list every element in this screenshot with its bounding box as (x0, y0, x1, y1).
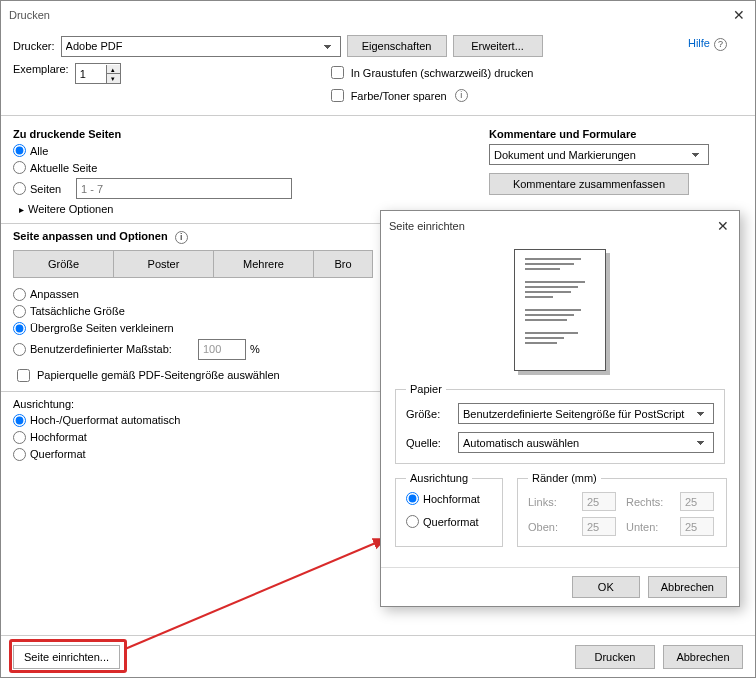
custom-scale-input[interactable] (198, 339, 246, 360)
comments-heading: Kommentare und Formulare (489, 128, 743, 140)
landscape-radio[interactable] (13, 448, 26, 461)
top-label: Oben: (528, 521, 574, 533)
paper-size-label: Größe: (406, 408, 450, 420)
dialog-title: Seite einrichten (389, 220, 465, 232)
copies-label: Exemplare: (13, 63, 69, 75)
comments-select[interactable]: Dokument und Markierungen (489, 144, 709, 165)
bottom-input (680, 517, 714, 536)
actual-label: Tatsächliche Größe (30, 305, 125, 317)
help-link[interactable]: Hilfe? (688, 37, 727, 51)
margins-fieldset: Ränder (mm) Links: Rechts: Oben: Unten: (517, 472, 727, 547)
right-input (680, 492, 714, 511)
savetoner-checkbox[interactable] (331, 89, 344, 102)
summarize-button[interactable]: Kommentare zusammenfassen (489, 173, 689, 195)
grayscale-label: In Graustufen (schwarzweiß) drucken (351, 67, 534, 79)
paper-source-select[interactable]: Automatisch auswählen (458, 432, 714, 453)
properties-button[interactable]: Eigenschaften (347, 35, 447, 57)
left-label: Links: (528, 496, 574, 508)
bottom-label: Unten: (626, 521, 672, 533)
shrink-label: Übergroße Seiten verkleinern (30, 322, 174, 334)
dialog-close-icon[interactable]: ✕ (691, 218, 731, 234)
orient-fieldset: Ausrichtung Hochformat Querformat (395, 472, 503, 547)
print-button[interactable]: Drucken (575, 645, 655, 669)
range-input[interactable] (76, 178, 292, 199)
dlg-portrait-label: Hochformat (423, 493, 480, 505)
main-title-bar: Drucken ✕ (1, 1, 755, 29)
right-label: Rechts: (626, 496, 672, 508)
page-setup-dialog: Seite einrichten ✕ Papier Größe: Benutze… (380, 210, 740, 607)
range-label: Seiten (30, 183, 72, 195)
size-button[interactable]: Größe (13, 250, 113, 278)
current-radio[interactable] (13, 161, 26, 174)
grayscale-checkbox[interactable] (331, 66, 344, 79)
range-radio[interactable] (13, 182, 26, 195)
ok-button[interactable]: OK (572, 576, 640, 598)
current-label: Aktuelle Seite (30, 162, 97, 174)
help-icon: ? (714, 38, 727, 51)
all-radio[interactable] (13, 144, 26, 157)
portrait-radio[interactable] (13, 431, 26, 444)
paper-source-label: Quelle: (406, 437, 450, 449)
close-icon[interactable]: ✕ (707, 7, 747, 23)
paper-legend: Papier (406, 383, 446, 395)
paper-fieldset: Papier Größe: Benutzerdefinierte Seiteng… (395, 383, 725, 464)
auto-orient-label: Hoch-/Querformat automatisch (30, 414, 180, 426)
svg-line-0 (125, 539, 385, 649)
custom-radio[interactable] (13, 343, 26, 356)
actual-radio[interactable] (13, 305, 26, 318)
custom-label: Benutzerdefinierter Maßstab: (30, 343, 194, 355)
dlg-landscape-radio[interactable] (406, 515, 419, 528)
top-input (582, 517, 616, 536)
savetoner-label: Farbe/Toner sparen (351, 90, 447, 102)
fit-label: Anpassen (30, 288, 79, 300)
fit-radio[interactable] (13, 288, 26, 301)
orient-legend: Ausrichtung (406, 472, 472, 484)
margins-legend: Ränder (mm) (528, 472, 601, 484)
page-preview (514, 249, 606, 371)
auto-orient-radio[interactable] (13, 414, 26, 427)
paper-size-select[interactable]: Benutzerdefinierte Seitengröße für PostS… (458, 403, 714, 424)
page-setup-button[interactable]: Seite einrichten... (13, 645, 120, 669)
printer-label: Drucker: (13, 40, 55, 52)
booklet-button[interactable]: Bro (313, 250, 373, 278)
advanced-button[interactable]: Erweitert... (453, 35, 543, 57)
copies-spinner[interactable]: ▴▾ (75, 63, 121, 84)
percent-label: % (250, 343, 260, 355)
spin-up-icon[interactable]: ▴ (106, 65, 120, 74)
pages-heading: Zu druckende Seiten (13, 128, 473, 140)
copies-input[interactable] (76, 65, 106, 83)
main-title: Drucken (9, 9, 50, 21)
source-label: Papierquelle gemäß PDF-Seitengröße auswä… (37, 369, 280, 381)
poster-button[interactable]: Poster (113, 250, 213, 278)
spin-down-icon[interactable]: ▾ (106, 74, 120, 83)
dlg-portrait-radio[interactable] (406, 492, 419, 505)
left-input (582, 492, 616, 511)
cancel-button[interactable]: Abbrechen (663, 645, 743, 669)
all-label: Alle (30, 145, 48, 157)
landscape-label: Querformat (30, 448, 86, 460)
portrait-label: Hochformat (30, 431, 87, 443)
info-icon[interactable]: i (455, 89, 468, 102)
info-icon[interactable]: i (175, 231, 188, 244)
dlg-landscape-label: Querformat (423, 516, 479, 528)
printer-select[interactable]: Adobe PDF (61, 36, 341, 57)
multiple-button[interactable]: Mehrere (213, 250, 313, 278)
shrink-radio[interactable] (13, 322, 26, 335)
dlg-cancel-button[interactable]: Abbrechen (648, 576, 727, 598)
source-checkbox[interactable] (17, 369, 30, 382)
